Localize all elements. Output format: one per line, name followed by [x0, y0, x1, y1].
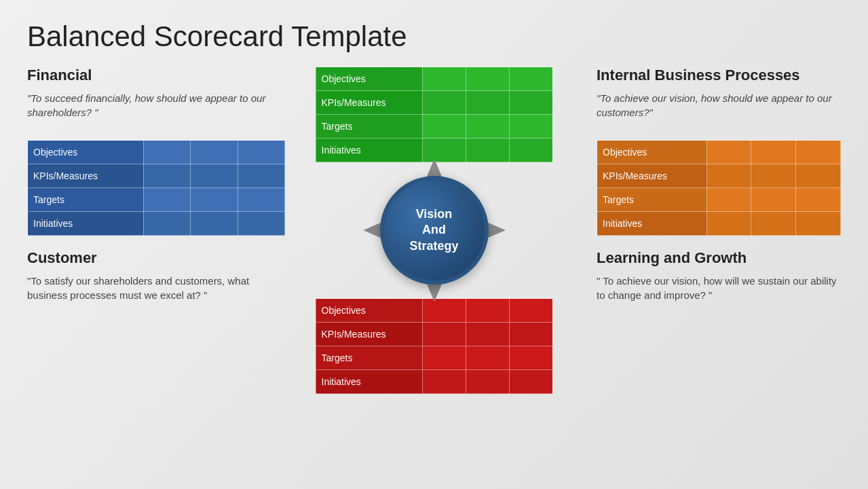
orange-table: Objectives KPIs/Measures Targets: [597, 140, 841, 236]
table-row: Initiatives: [28, 212, 285, 236]
page-title: Balanced Scorecard Template: [27, 20, 841, 53]
objectives-label: Objectives: [316, 67, 422, 91]
content-area: Financial "To succeed financially, how s…: [27, 67, 841, 454]
learning-growth-description: " To achieve our vision, how will we sus…: [597, 274, 841, 302]
initiatives-label: Initiatives: [316, 370, 422, 394]
blue-table: Objectives KPIs/Measures Targets: [27, 140, 285, 236]
table-row: Initiatives: [316, 370, 552, 394]
table-row: Targets: [597, 188, 841, 212]
green-table: Objectives KPIs/Measures Targets: [316, 67, 553, 162]
right-column: Internal Business Processes "To achieve …: [583, 67, 841, 424]
orange-scorecard-table: Objectives KPIs/Measures Targets: [597, 140, 841, 236]
objectives-label: Objectives: [597, 141, 707, 164]
table-row: KPIs/Measures: [316, 323, 552, 346]
financial-description: "To succeed financially, how should we a…: [27, 91, 278, 120]
blue-scorecard-table: Objectives KPIs/Measures Targets: [27, 140, 285, 236]
table-row: KPIs/Measures: [597, 164, 841, 188]
table-row: Objectives: [28, 141, 285, 164]
table-row: KPIs/Measures: [28, 164, 285, 188]
targets-label: Targets: [28, 188, 144, 212]
learning-growth-section: Learning and Growth " To achieve our vis…: [583, 249, 841, 302]
initiatives-label: Initiatives: [28, 212, 144, 236]
table-row: Objectives: [316, 67, 552, 91]
initiatives-label: Initiatives: [597, 212, 707, 236]
vision-strategy-area: VisionAndStrategy: [380, 169, 489, 291]
table-row: Targets: [316, 115, 552, 139]
green-scorecard-table: Objectives KPIs/Measures Targets: [316, 67, 553, 162]
table-row: Objectives: [597, 141, 841, 164]
table-row: Initiatives: [597, 212, 841, 236]
targets-label: Targets: [316, 346, 422, 370]
kpis-label: KPIs/Measures: [316, 91, 422, 115]
ibp-title: Internal Business Processes: [597, 67, 841, 84]
kpis-label: KPIs/Measures: [28, 164, 144, 188]
kpis-label: KPIs/Measures: [597, 164, 707, 188]
ibp-section: Internal Business Processes "To achieve …: [583, 67, 841, 133]
financial-title: Financial: [27, 67, 278, 84]
kpis-label: KPIs/Measures: [316, 323, 422, 346]
left-column: Financial "To succeed financially, how s…: [27, 67, 285, 424]
table-row: KPIs/Measures: [316, 91, 552, 115]
red-table: Objectives KPIs/Measures Targets: [316, 298, 553, 394]
learning-growth-title: Learning and Growth: [597, 249, 841, 267]
customer-description: "To satisfy our shareholders and custome…: [27, 274, 278, 302]
customer-title: Customer: [27, 249, 278, 267]
slide: Balanced Scorecard Template Financial "T…: [0, 0, 868, 489]
targets-label: Targets: [316, 115, 422, 139]
vision-strategy-text: VisionAndStrategy: [409, 206, 458, 254]
objectives-label: Objectives: [28, 141, 144, 164]
center-column: Objectives KPIs/Measures Targets: [285, 67, 583, 424]
customer-section: Customer "To satisfy our shareholders an…: [27, 249, 285, 302]
financial-section: Financial "To succeed financially, how s…: [27, 67, 285, 133]
vision-strategy-circle: VisionAndStrategy: [380, 176, 489, 285]
ibp-description: "To achieve our vision, how should we ap…: [597, 91, 841, 120]
table-row: Targets: [316, 346, 552, 370]
red-scorecard-table: Objectives KPIs/Measures Targets: [316, 298, 553, 394]
targets-label: Targets: [597, 188, 707, 212]
table-row: Targets: [28, 188, 285, 212]
